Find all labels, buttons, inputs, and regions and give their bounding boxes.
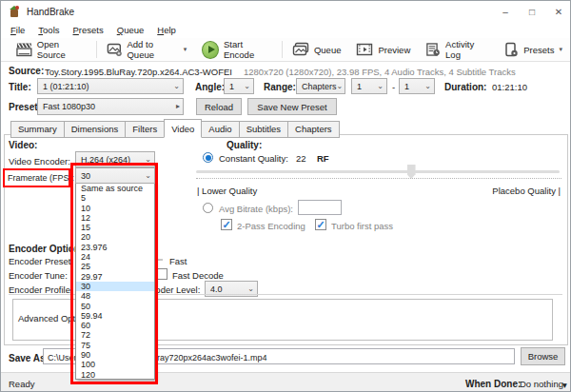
encoder-preset-value: Fast [169, 256, 187, 266]
two-pass-label: 2-Pass Encoding [237, 221, 305, 231]
tab-subtitles[interactable]: Subtitles [240, 121, 288, 138]
presets-label: Presets [523, 45, 554, 55]
framerate-option-30[interactable]: 30 [76, 282, 154, 291]
constant-quality-radio[interactable] [203, 152, 213, 163]
add-to-queue-label: Add to Queue [127, 39, 178, 60]
framerate-option-same-as-source[interactable]: Same as source [76, 184, 154, 193]
tab-chapters[interactable]: Chapters [288, 121, 340, 138]
encoder-preset-label: Encoder Preset: [9, 256, 73, 266]
menu-item-file[interactable]: File [4, 23, 31, 37]
quality-section-label: Quality: [226, 140, 262, 150]
tab-video[interactable]: Video [164, 119, 202, 138]
framerate-option-15[interactable]: 15 [76, 223, 154, 232]
framerate-option-24[interactable]: 24 [76, 252, 154, 262]
menu-item-queue[interactable]: Queue [110, 23, 151, 37]
when-done-select[interactable]: Do nothing [520, 379, 563, 389]
framerate-option-25[interactable]: 25 [76, 262, 154, 271]
status-ready-text: Ready [9, 379, 34, 389]
range-to-select[interactable]: 1 ⌄ [399, 78, 435, 94]
framerate-option-12[interactable]: 12 [76, 213, 154, 223]
avg-bitrate-label: Avg Bitrate (kbps): [219, 204, 293, 214]
close-button[interactable]: ✕ [545, 1, 571, 22]
save-new-preset-button[interactable]: Save New Preset [247, 98, 337, 115]
framerate-option-75[interactable]: 75 [76, 341, 154, 350]
framerate-option-10[interactable]: 10 [76, 204, 154, 213]
framerate-option-29.97[interactable]: 29.97 [76, 272, 154, 282]
framerate-option-72[interactable]: 72 [76, 330, 154, 340]
maximize-button[interactable]: □ [519, 1, 545, 22]
chevron-down-icon: ⌄ [244, 83, 250, 90]
chevron-down-icon[interactable]: ▾ [562, 380, 567, 390]
tab-filters[interactable]: Filters [126, 121, 165, 138]
menu-item-presets[interactable]: Presets [67, 23, 110, 37]
fast-decode-label: Fast Decode [172, 270, 224, 281]
angle-label: Angle: [195, 82, 225, 92]
when-done-value: Do nothing [520, 379, 563, 389]
presets-button[interactable]: Presets ▾ [496, 40, 570, 59]
tab-dimensions[interactable]: Dimensions [65, 121, 127, 138]
start-encode-button[interactable]: Start Encode [194, 37, 280, 62]
activity-log-label: Activity Log [445, 39, 488, 60]
framerate-option-90[interactable]: 90 [76, 350, 154, 360]
activity-log-icon [425, 42, 441, 57]
when-done-label: When Done: [465, 379, 521, 389]
menu-item-help[interactable]: Help [150, 23, 183, 37]
tab-summary[interactable]: Summary [10, 121, 65, 138]
video-section-label: Video: [9, 140, 37, 150]
reload-button[interactable]: Reload [196, 98, 242, 115]
chevron-down-icon: ⌄ [173, 83, 180, 90]
title-select[interactable]: 1 (01:21:10) ⌄ [37, 78, 184, 94]
menu-item-tools[interactable]: Tools [31, 23, 66, 37]
play-icon [202, 41, 219, 59]
preview-button[interactable]: Preview [348, 40, 418, 59]
tab-audio[interactable]: Audio [202, 121, 239, 138]
video-encoder-label: Video Encoder: [9, 156, 70, 167]
avg-bitrate-radio[interactable] [203, 203, 213, 213]
framerate-option-5[interactable]: 5 [76, 193, 154, 203]
avg-bitrate-input[interactable] [298, 200, 342, 215]
toolbar-separator [282, 41, 283, 58]
framerate-select[interactable]: 30 ⌄ [75, 167, 155, 184]
preset-select[interactable]: Fast 1080p30 ▸ [37, 98, 184, 115]
lower-quality-label: | Lower Quality [197, 186, 257, 196]
framerate-option-59.94[interactable]: 59.94 [76, 311, 154, 321]
activity-log-button[interactable]: Activity Log [418, 37, 496, 62]
queue-button[interactable]: Queue [285, 40, 349, 59]
fast-decode-checkbox[interactable] [156, 268, 167, 280]
two-pass-checkbox[interactable]: ✓ [221, 219, 232, 230]
chevron-down-icon: ▾ [184, 46, 187, 53]
chevron-down-icon: ⌄ [145, 156, 151, 164]
quality-slider[interactable] [196, 170, 560, 173]
framerate-option-50[interactable]: 50 [76, 302, 154, 311]
range-type-value: Chapters [302, 82, 337, 91]
range-from-select[interactable]: 1 ⌄ [351, 78, 387, 94]
framerate-option-120[interactable]: 120 [76, 370, 154, 380]
minimize-button[interactable]: – [492, 1, 519, 22]
chevron-down-icon: ⌄ [145, 172, 151, 180]
preview-label: Preview [378, 45, 410, 55]
framerate-option-48[interactable]: 48 [76, 291, 154, 301]
window-title: HandBrake [27, 7, 74, 17]
range-separator: - [392, 82, 395, 92]
framerate-option-20[interactable]: 20 [76, 232, 154, 242]
framerate-option-60[interactable]: 60 [76, 321, 154, 330]
framerate-option-23.976[interactable]: 23.976 [76, 243, 154, 252]
duration-label: Duration: [444, 82, 486, 92]
encoder-tune-label: Encoder Tune: [9, 270, 68, 281]
chevron-down-icon: ⌄ [247, 285, 254, 293]
open-source-label: Open Source [37, 39, 87, 60]
framerate-dropdown-list: Same as source51012152023.976242529.9730… [75, 183, 155, 380]
open-source-button[interactable]: Open Source [9, 37, 94, 62]
browse-button[interactable]: Browse [521, 347, 565, 365]
add-to-queue-button[interactable]: Add to Queue ▾ [99, 37, 194, 62]
range-from-value: 1 [357, 82, 362, 91]
framerate-option-100[interactable]: 100 [76, 360, 154, 369]
angle-select[interactable]: 1 ⌄ [224, 78, 254, 94]
video-encoder-select[interactable]: H.264 (x264) ⌄ [75, 151, 155, 167]
encoder-level-value: 4.0 [210, 284, 223, 294]
turbo-first-pass-checkbox[interactable]: ✓ [315, 219, 326, 230]
preview-icon [356, 42, 373, 57]
range-type-select[interactable]: Chapters ⌄ [296, 78, 345, 94]
save-as-path-suffix: ray720px264ac3wofei-1.mp4 [157, 353, 267, 363]
slider-focus-line [196, 178, 561, 179]
